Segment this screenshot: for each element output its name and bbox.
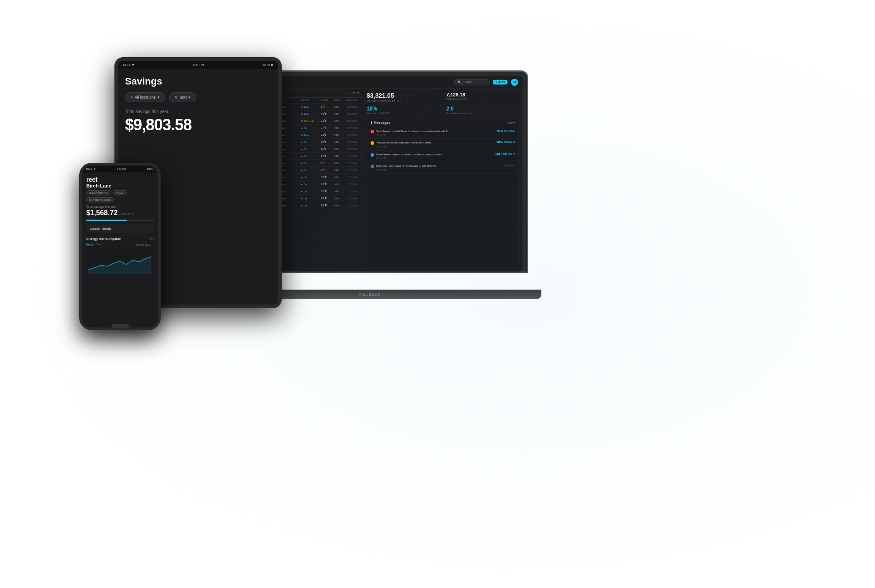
message-content: Produce cooler at Cedar Blvd has a low b… — [376, 141, 495, 147]
equipment-temp: 40°F — [321, 140, 334, 143]
equipment-humidity: 54% — [334, 155, 346, 158]
message-content: Technician scheduled for Birch Lane at 1… — [376, 164, 502, 171]
laptop-brand-label: MacBook — [358, 290, 381, 299]
equipment-filter-button[interactable]: Filter ▾ — [349, 91, 359, 95]
kwh-label: kWh Saved YTD — [446, 98, 519, 100]
savings-stat: $3,321.05 Savings on electricity bill YT… — [367, 92, 439, 102]
phone-savings-label: Total savings this year — [86, 205, 154, 208]
phone-battery: 100% — [147, 168, 154, 170]
svg-marker-0 — [88, 257, 151, 274]
phone-chart-tab-month[interactable]: Month — [86, 243, 94, 246]
phone-device: BELL ▼ 4:21 PM 100% reet Birch Lane 8 ov… — [79, 163, 161, 330]
equipment-mode: ●On — [301, 141, 321, 143]
equipment-reading: 10:15 AM — [346, 197, 363, 200]
savings-value: $3,321.05 — [367, 92, 439, 99]
equipment-reading: 10:15 AM — [346, 162, 363, 165]
message-dot — [371, 153, 374, 157]
equipment-temp: 1°F — [321, 162, 334, 165]
overrides-label: Overrides this quarter — [446, 112, 519, 114]
messages-filter[interactable]: Filter ▾ — [507, 121, 515, 124]
equipment-reading: 10:15 AM — [346, 134, 363, 136]
messages-header: 8 Messages Filter ▾ — [367, 118, 518, 127]
phone-carrier: BELL ▼ — [86, 168, 96, 170]
message-action-button[interactable]: DISMISS — [504, 164, 515, 167]
equipment-mode: ●On — [301, 204, 321, 207]
phone-energy-section: Energy consumption ⓘ — [86, 236, 154, 241]
phone-savings-value: $1,568.72 — [86, 209, 118, 217]
phone-status-bar: BELL ▼ 4:21 PM 100% — [82, 165, 158, 173]
message-action-button[interactable]: HELP ME FIX IT — [495, 153, 515, 155]
phone-progress-bar — [86, 220, 154, 221]
equipment-mode: ●On — [301, 155, 321, 158]
equipment-reading: 10:15 AM — [346, 190, 363, 193]
equipment-mode: ●On — [301, 190, 321, 193]
next-month-button[interactable]: › — [153, 243, 154, 246]
equipment-mode: ↻Override — [301, 119, 321, 122]
phone-tag: Demand response — [86, 197, 114, 202]
message-time: 09:15 AM — [376, 133, 495, 136]
equipment-humidity: 36% — [334, 176, 346, 179]
equipment-mode: ❄Eco — [301, 133, 321, 136]
equipment-reading: 10:15 AM — [346, 127, 363, 129]
phone-tag: 8 overrides YTD — [86, 190, 111, 195]
overrides-stat: 2.0 Overrides this quarter — [446, 106, 519, 114]
equipment-mode: ●On — [301, 162, 321, 165]
equipment-temp: 1°F — [321, 105, 334, 108]
message-text: Back Freezer at Ash Street has temperatu… — [376, 129, 495, 133]
equipment-reading: 10:15 AM — [346, 176, 363, 179]
list-item: Produce cooler at Cedar Blvd has a low b… — [367, 139, 518, 150]
phone-body: BELL ▼ 4:21 PM 100% reet Birch Lane 8 ov… — [79, 163, 161, 330]
phone-progress-fill — [86, 220, 127, 221]
add-button[interactable]: + ADD — [493, 80, 507, 85]
prev-month-button[interactable]: ‹ — [131, 243, 132, 246]
tablet-savings-label: Total savings this year — [125, 109, 271, 114]
equipment-mode: ❄Eco — [301, 112, 321, 115]
pct-value: 10% — [367, 106, 439, 112]
phone-content: reet Birch Lane 8 overrides YTDPG&EDeman… — [82, 173, 158, 327]
message-text: Technician scheduled for Birch Lane at 1… — [376, 164, 502, 168]
equipment-humidity: 48% — [334, 120, 346, 122]
equipment-humidity: 63% — [334, 127, 346, 129]
equipment-temp: 40°F — [321, 112, 334, 115]
equipment-mode: ●On — [301, 176, 321, 179]
messages-title: 8 Messages — [371, 121, 390, 125]
tablet-sort-button[interactable]: ⇅ Sort ▾ — [169, 92, 197, 102]
pct-label: Savings on bill YTD — [367, 112, 439, 114]
message-content: Meat Freezer sensor at Birch Lane has a … — [376, 153, 493, 159]
equipment-mode: ●On — [301, 197, 321, 200]
equipment-reading: 10:15 AM — [346, 183, 363, 186]
search-bar[interactable]: 🔍 Search — [454, 79, 489, 85]
equipment-reading: 10:15 AM — [346, 113, 363, 115]
phone-home-button[interactable] — [111, 324, 129, 327]
phone-chart-tab-year[interactable]: Year — [96, 243, 102, 246]
phone-location-details[interactable]: Location details › — [86, 224, 154, 233]
message-action-button[interactable]: VIEW DETAILS — [496, 129, 515, 132]
message-dot — [371, 141, 374, 145]
messages-panel: 8 Messages Filter ▾ Back Freezer at Ash … — [367, 118, 519, 268]
equipment-mode: ●On — [301, 148, 321, 151]
col-hmd: HMD — [334, 99, 346, 102]
equipment-humidity: 36% — [334, 106, 346, 108]
sort-icon: ⇅ — [175, 96, 178, 99]
filter-icon: ≡ — [131, 96, 133, 99]
user-avatar[interactable]: LB — [511, 79, 518, 86]
equipment-humidity: 43% — [334, 141, 346, 143]
col-mode: Mode — [301, 99, 321, 102]
phone-tags: 8 overrides YTDPG&EDemand response — [86, 190, 154, 202]
tablet-status-bar: BELL ▼ 4:21 PM 100% ■ — [118, 61, 278, 69]
tablet-savings-value: $9,803.58 — [125, 116, 271, 134]
equipment-reading: 10:15 AM — [346, 169, 363, 172]
col-temp: TEMP — [321, 99, 334, 102]
tablet-time: 4:21 PM — [193, 63, 204, 66]
phone-location-name: Birch Lane — [86, 183, 154, 188]
equipment-temp: 75°F — [321, 204, 334, 207]
phone-savings-sub: of $6,346.15 — [119, 213, 134, 216]
list-item: Back Freezer at Ash Street has temperatu… — [367, 127, 518, 139]
equipment-temp: 74°F — [321, 133, 334, 136]
equipment-temp: 72°F — [321, 119, 334, 122]
tablet-location-filter[interactable]: ≡ All locations ▾ — [125, 92, 165, 102]
message-content: Back Freezer at Ash Street has temperatu… — [376, 129, 495, 136]
message-dot — [371, 130, 374, 133]
list-item: Technician scheduled for Birch Lane at 1… — [367, 162, 518, 173]
message-action-button[interactable]: VIEW DETAILS — [496, 141, 515, 143]
